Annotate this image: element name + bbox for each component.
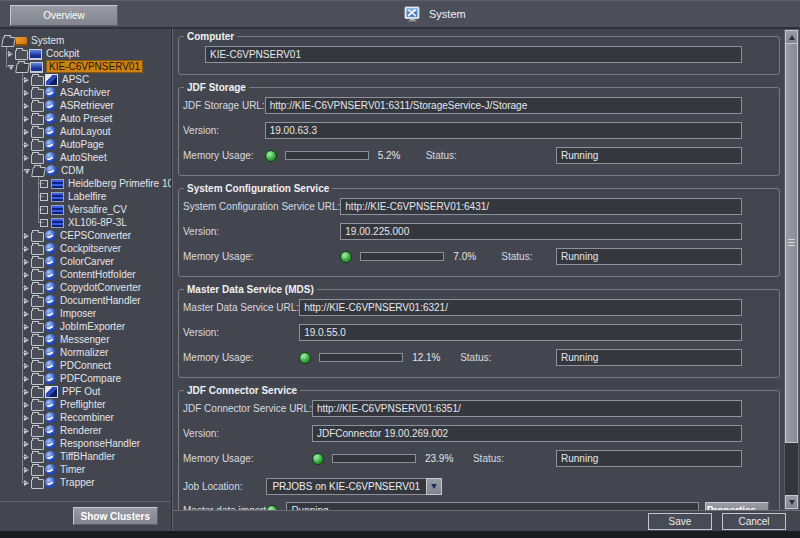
tree-item-cdm[interactable]: CDM bbox=[0, 164, 171, 177]
jdf-storage-url-field[interactable]: http://KIE-C6VPNSERV01:6311/StorageServi… bbox=[265, 97, 742, 114]
expander-collapsed-icon[interactable] bbox=[24, 155, 29, 161]
arrow-up-icon bbox=[789, 35, 795, 40]
service-icon bbox=[45, 425, 56, 436]
tree-item-responsehandler[interactable]: ResponseHandler bbox=[0, 437, 171, 450]
tree-item-labelfire[interactable]: Labelfire bbox=[0, 190, 171, 203]
expander-collapsed-icon[interactable] bbox=[24, 376, 29, 382]
expander-collapsed-icon[interactable] bbox=[24, 311, 29, 317]
expander-collapsed-icon[interactable] bbox=[24, 480, 29, 486]
tree-item-autolayout[interactable]: AutoLayout bbox=[0, 125, 171, 138]
tree-item-asarchiver[interactable]: ASArchiver bbox=[0, 86, 171, 99]
scroll-up-button[interactable] bbox=[785, 30, 798, 44]
tree-item-contenthotfolder[interactable]: ContentHotfolder bbox=[0, 268, 171, 281]
save-button[interactable]: Save bbox=[648, 513, 712, 530]
tree-item-label: CDM bbox=[61, 165, 84, 176]
vertical-scrollbar[interactable] bbox=[784, 29, 799, 510]
field-label: Version: bbox=[183, 327, 219, 338]
expander-expanded-icon[interactable] bbox=[24, 169, 30, 174]
tree-item-apsc[interactable]: APSC bbox=[0, 73, 171, 86]
expander-collapsed-icon[interactable] bbox=[24, 467, 29, 473]
expander-collapsed-icon[interactable] bbox=[24, 337, 29, 343]
expander-collapsed-icon[interactable] bbox=[24, 402, 29, 408]
tree-item-versafire-cv[interactable]: Versafire_CV bbox=[0, 203, 171, 216]
jdf-connector-service-url-field[interactable]: http://KIE-C6VPNSERV01:6351/ bbox=[312, 400, 742, 417]
service-icon bbox=[45, 438, 56, 449]
expander-expanded-icon[interactable] bbox=[8, 65, 14, 70]
tree-item-pdconnect[interactable]: PDConnect bbox=[0, 359, 171, 372]
show-clusters-button[interactable]: Show Clusters bbox=[73, 507, 158, 525]
tree-item-tiffbhandler[interactable]: TiffBHandler bbox=[0, 450, 171, 463]
version-field[interactable]: JDFConnector 19.00.269.002 bbox=[312, 425, 742, 442]
scroll-down-button[interactable] bbox=[785, 495, 798, 509]
tree-item-auto-preset[interactable]: Auto Preset bbox=[0, 112, 171, 125]
tree-item-timer[interactable]: Timer bbox=[0, 463, 171, 476]
tree-item-recombiner[interactable]: Recombiner bbox=[0, 411, 171, 424]
closed-folder-icon bbox=[31, 388, 44, 398]
expander-collapsed-icon[interactable] bbox=[24, 454, 29, 460]
status-field[interactable]: Running bbox=[556, 248, 742, 265]
expander-collapsed-icon[interactable] bbox=[24, 116, 29, 122]
expander-collapsed-icon[interactable] bbox=[24, 259, 29, 265]
job-location-dropdown[interactable]: PRJOBS on KIE-C6VPNSERV01 bbox=[266, 479, 775, 494]
version-field[interactable]: 19.00.225.000 bbox=[340, 223, 742, 240]
status-field[interactable]: Running bbox=[556, 147, 742, 164]
page-title-block: System bbox=[404, 5, 466, 23]
master-data-service-url-field[interactable]: http://KIE-C6VPNSERV01:6321/ bbox=[299, 299, 742, 316]
form-row: Job Location:PRJOBS on KIE-C6VPNSERV01 bbox=[183, 479, 775, 494]
expander-collapsed-icon[interactable] bbox=[24, 233, 29, 239]
overview-button[interactable]: Overview bbox=[10, 5, 118, 26]
tree-item-asretriever[interactable]: ASRetriever bbox=[0, 99, 171, 112]
tree-item-pdfcompare[interactable]: PDFCompare bbox=[0, 372, 171, 385]
scrollbar-thumb[interactable] bbox=[785, 43, 798, 443]
tree-item-cockpitserver[interactable]: Cockpitserver bbox=[0, 242, 171, 255]
tree-item-kie-c6vpnserv01[interactable]: KIE-C6VPNSERV01 bbox=[0, 60, 171, 73]
expander-collapsed-icon[interactable] bbox=[8, 51, 13, 57]
tree-item-copydotconverter[interactable]: CopydotConverter bbox=[0, 281, 171, 294]
expander-collapsed-icon[interactable] bbox=[24, 90, 29, 96]
system-configuration-service-url-field[interactable]: http://KIE-C6VPNSERV01:6431/ bbox=[340, 198, 742, 215]
tree-item-imposer[interactable]: Imposer bbox=[0, 307, 171, 320]
tree-item-cockpit[interactable]: Cockpit bbox=[0, 47, 171, 60]
expander-collapsed-icon[interactable] bbox=[24, 441, 29, 447]
tree-item-heidelberg-primefire-106[interactable]: Heidelberg Primefire 106 bbox=[0, 177, 171, 190]
expander-collapsed-icon[interactable] bbox=[24, 363, 29, 369]
memory-usage-bar bbox=[360, 252, 444, 261]
tree-item-cepsconverter[interactable]: CEPSConverter bbox=[0, 229, 171, 242]
expander-collapsed-icon[interactable] bbox=[24, 350, 29, 356]
form-button-bar: Save Cancel bbox=[173, 510, 800, 531]
expander-collapsed-icon[interactable] bbox=[24, 428, 29, 434]
expander-collapsed-icon[interactable] bbox=[24, 285, 29, 291]
expander-collapsed-icon[interactable] bbox=[24, 324, 29, 330]
version-field[interactable]: 19.0.55.0 bbox=[299, 324, 742, 341]
tree-item-normalizer[interactable]: Normalizer bbox=[0, 346, 171, 359]
version-field[interactable]: 19.00.63.3 bbox=[265, 122, 742, 139]
expander-collapsed-icon[interactable] bbox=[24, 246, 29, 252]
tree-item-autopage[interactable]: AutoPage bbox=[0, 138, 171, 151]
dropdown-button[interactable] bbox=[426, 478, 442, 495]
tree-item-renderer[interactable]: Renderer bbox=[0, 424, 171, 437]
tree-item-jobimexporter[interactable]: JobImExporter bbox=[0, 320, 171, 333]
tree-item-ppf-out[interactable]: PPF Out bbox=[0, 385, 171, 398]
expander-collapsed-icon[interactable] bbox=[24, 129, 29, 135]
expander-collapsed-icon[interactable] bbox=[24, 389, 29, 395]
status-field[interactable]: Running bbox=[556, 450, 742, 467]
tree-item-documenthandler[interactable]: DocumentHandler bbox=[0, 294, 171, 307]
status-field[interactable]: Running bbox=[556, 349, 742, 366]
field-label: JDF Storage URL: bbox=[183, 100, 265, 111]
expander-collapsed-icon[interactable] bbox=[24, 103, 29, 109]
closed-folder-icon bbox=[31, 466, 44, 476]
tree-item-colorcarver[interactable]: ColorCarver bbox=[0, 255, 171, 268]
tree-item-system[interactable]: System bbox=[0, 34, 171, 47]
expander-collapsed-icon[interactable] bbox=[24, 77, 29, 83]
expander-collapsed-icon[interactable] bbox=[24, 142, 29, 148]
expander-collapsed-icon[interactable] bbox=[24, 415, 29, 421]
tree-item-messenger[interactable]: Messenger bbox=[0, 333, 171, 346]
computer-name-field[interactable]: KIE-C6VPNSERV01 bbox=[205, 46, 742, 63]
tree-item-preflighter[interactable]: Preflighter bbox=[0, 398, 171, 411]
tree-item-trapper[interactable]: Trapper bbox=[0, 476, 171, 489]
tree-item-autosheet[interactable]: AutoSheet bbox=[0, 151, 171, 164]
tree-item-xl106-8p-3l[interactable]: XL106-8P-3L bbox=[0, 216, 171, 229]
cancel-button[interactable]: Cancel bbox=[722, 513, 786, 530]
expander-collapsed-icon[interactable] bbox=[24, 272, 29, 278]
expander-collapsed-icon[interactable] bbox=[24, 298, 29, 304]
